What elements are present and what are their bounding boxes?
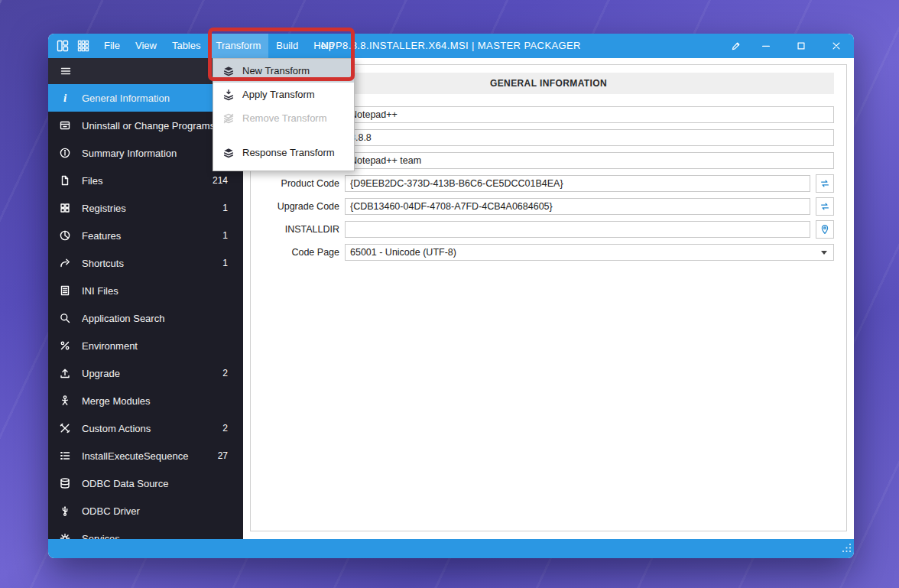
sidebar-item-badge: 2 [222,368,228,378]
upload-icon [48,367,82,379]
browse-installdir-button[interactable] [816,220,834,239]
menu-item-new-transform[interactable]: New Transform [213,59,354,83]
product-version-input[interactable] [345,129,834,146]
search-icon [48,312,82,324]
percent-icon [48,339,82,352]
regenerate-upgrade-code-button[interactable] [816,197,834,216]
sidebar-item-shortcuts[interactable]: Shortcuts 1 [48,249,243,277]
menu-view[interactable]: View [128,34,164,58]
remove-transform-icon [222,112,235,125]
menu-item-label: Remove Transform [242,112,327,124]
edit-pencil-icon[interactable] [724,34,748,58]
titlebar-left: File View Tables Transform Build Help [48,34,342,58]
field-label: Code Page [263,247,339,258]
sidebar-item-ini-files[interactable]: INI Files [48,277,243,304]
sidebar-item-label: Registries [82,203,218,214]
sidebar-item-label: ODBC Driver [82,505,223,517]
sidebar-item-badge: 1 [222,230,228,241]
sidebar-item-label: Services [82,533,223,540]
field-label: Product Code [263,178,339,189]
menu-tables[interactable]: Tables [164,34,209,58]
upgrade-code-input[interactable] [345,198,810,215]
sidebar-item-label: Merge Modules [82,395,223,407]
app-logo-icon [55,38,70,54]
sidebar-item-label: Features [82,230,218,242]
sidebar-item-label: Custom Actions [82,423,218,434]
sidebar-item-badge: 27 [218,450,228,461]
gear-icon [48,532,82,539]
menu-item-response-transform[interactable]: Response Transform [213,141,354,164]
titlebar[interactable]: NPP8.8.8.INSTALLER.X64.MSI | MASTER PACK… [48,34,854,58]
menu-build[interactable]: Build [268,34,306,58]
sidebar-item-installexecutesequence[interactable]: InstallExecuteSequence 27 [48,442,243,469]
menu-item-apply-transform[interactable]: Apply Transform [213,83,354,106]
layers-icon [222,147,235,159]
app-window: NPP8.8.8.INSTALLER.X64.MSI | MASTER PACK… [48,34,854,558]
close-button[interactable] [819,34,854,58]
info-italic-icon: i [48,93,82,104]
sidebar-item-services[interactable]: Services [48,525,243,539]
tables-grid-icon[interactable] [76,38,91,54]
status-bar [48,539,854,558]
tools-icon [48,422,82,434]
regenerate-product-code-button[interactable] [816,174,834,193]
sidebar-item-environment[interactable]: Environment [48,332,243,359]
sidebar-item-upgrade[interactable]: Upgrade 2 [48,359,243,387]
menu-item-remove-transform: Remove Transform [213,106,354,130]
sidebar-item-label: General Information [82,93,223,104]
desktop-background: NPP8.8.8.INSTALLER.X64.MSI | MASTER PACK… [0,0,899,588]
product-code-input[interactable] [345,175,810,192]
menu-item-label: Apply Transform [242,89,315,100]
form-row-installdir: INSTALLDIR [263,218,834,241]
code-page-select[interactable]: 65001 - Unicode (UTF-8) [345,244,834,261]
file-icon [48,174,82,187]
code-page-value: 65001 - Unicode (UTF-8) [350,247,456,258]
maximize-button[interactable] [784,34,819,58]
package-icon [48,119,82,132]
grid-squares-icon [48,202,82,214]
menu-item-label: New Transform [242,65,310,76]
share-arrow-icon [48,257,82,269]
sidebar-item-label: Application Search [82,313,223,324]
menu-file[interactable]: File [96,34,128,58]
layers-icon [222,65,235,77]
hamburger-menu-icon[interactable] [60,65,72,77]
sidebar-item-label: InstallExecuteSequence [82,450,213,462]
sidebar-item-badge: 1 [222,203,228,213]
sidebar-item-badge: 2 [222,423,228,434]
document-lines-icon [48,284,82,297]
form-row-product-code: Product Code [263,172,834,195]
sidebar-item-label: INI Files [82,285,223,297]
pie-chart-icon [48,229,82,242]
sidebar-item-odbc-driver[interactable]: ODBC Driver [48,497,243,525]
sidebar-item-label: Upgrade [82,368,218,379]
installdir-input[interactable] [345,221,810,238]
manufacturer-input[interactable] [345,152,834,169]
menu-item-label: Response Transform [242,147,335,158]
app-body: i General Information Uninstall or Chang… [48,58,854,539]
sidebar-item-registries[interactable]: Registries 1 [48,194,243,222]
sidebar-item-features[interactable]: Features 1 [48,222,243,249]
sidebar-item-merge-modules[interactable]: Merge Modules [48,387,243,414]
menu-transform[interactable]: Transform [208,34,268,58]
sidebar-item-badge: 214 [213,175,228,186]
resize-grip[interactable] [842,542,852,556]
chevron-down-icon [821,251,827,255]
form-row-code-page: Code Page 65001 - Unicode (UTF-8) [263,241,834,264]
minimize-button[interactable] [748,34,784,58]
menu-help[interactable]: Help [306,34,342,58]
info-circle-icon [48,147,82,159]
sidebar-item-application-search[interactable]: Application Search [48,304,243,332]
sidebar-item-custom-actions[interactable]: Custom Actions 2 [48,414,243,442]
person-icon [48,395,82,407]
sidebar-item-label: Summary Information [82,148,223,159]
sidebar-item-label: ODBC Data Source [82,478,223,489]
sidebar-item-odbc-data-source[interactable]: ODBC Data Source [48,469,243,497]
apply-transform-icon [222,89,235,101]
transform-dropdown-menu: New Transform Apply Transform Remove Tra… [213,58,355,171]
database-icon [48,477,82,489]
sidebar-item-label: Shortcuts [82,258,218,269]
form-row-upgrade-code: Upgrade Code [263,195,834,218]
numbered-list-icon [48,450,82,462]
product-name-input[interactable] [345,106,834,123]
